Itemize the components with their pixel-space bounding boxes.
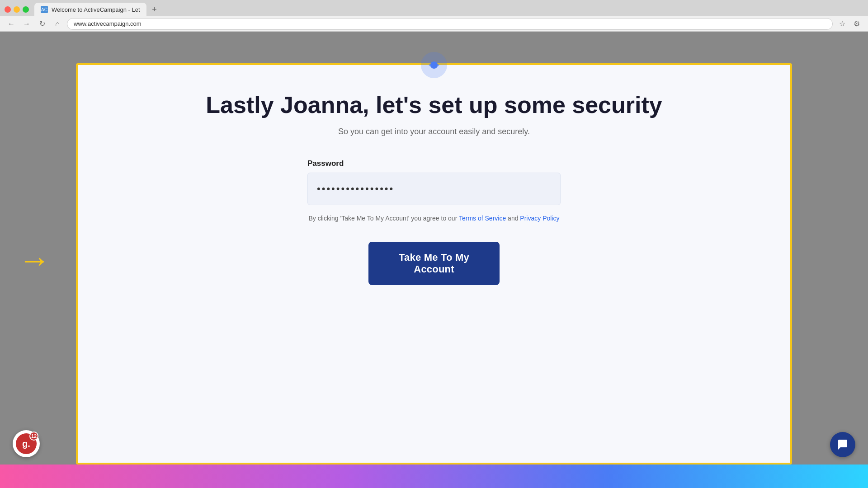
grammarly-icon: g. 12: [16, 433, 37, 454]
minimize-button[interactable]: [14, 6, 20, 13]
password-label: Password: [307, 159, 561, 168]
chat-icon: [837, 439, 849, 450]
back-button[interactable]: ←: [5, 18, 17, 30]
tab-favicon: AC: [41, 6, 48, 13]
page-background: → Lastly Joanna, let's set up some secur…: [0, 32, 868, 488]
active-tab[interactable]: AC Welcome to ActiveCampaign - Let: [34, 3, 146, 16]
take-me-to-account-button[interactable]: Take Me To My Account: [368, 242, 500, 285]
security-setup-card: Lastly Joanna, let's set up some securit…: [76, 63, 792, 465]
maximize-button[interactable]: [23, 6, 29, 13]
page-subheading: So you can get into your account easily …: [338, 127, 530, 136]
forward-button[interactable]: →: [21, 18, 33, 30]
terms-agreement-text: By clicking 'Take Me To My Account' you …: [307, 213, 561, 223]
yellow-arrow: →: [18, 244, 51, 276]
grammarly-count-badge: 12: [29, 432, 38, 441]
extensions-icon[interactable]: ⚙: [851, 18, 863, 30]
refresh-button[interactable]: ↻: [36, 18, 48, 30]
logo-icon: [420, 52, 448, 79]
form-section: Password By clicking 'Take Me To My Acco…: [307, 159, 561, 241]
tab-title: Welcome to ActiveCampaign - Let: [52, 6, 140, 13]
chat-button[interactable]: [830, 432, 855, 457]
tab-bar: AC Welcome to ActiveCampaign - Let +: [0, 0, 868, 16]
page-heading: Lastly Joanna, let's set up some securit…: [206, 92, 662, 118]
address-bar-row: ← → ↻ ⌂ ☆ ⚙: [0, 16, 868, 31]
address-input[interactable]: [67, 18, 833, 30]
grammarly-badge[interactable]: g. 12: [13, 430, 40, 457]
terms-of-service-link[interactable]: Terms of Service: [459, 215, 506, 222]
new-tab-button[interactable]: +: [148, 3, 161, 16]
browser-chrome: AC Welcome to ActiveCampaign - Let + ← →…: [0, 0, 868, 32]
home-button[interactable]: ⌂: [52, 18, 63, 30]
svg-point-1: [430, 61, 438, 69]
toolbar-icons: ☆ ⚙: [836, 18, 863, 30]
password-input[interactable]: [307, 173, 561, 205]
close-button[interactable]: [5, 6, 11, 13]
traffic-lights: [5, 6, 29, 13]
privacy-policy-link[interactable]: Privacy Policy: [520, 215, 559, 222]
bookmark-icon[interactable]: ☆: [836, 18, 848, 30]
gradient-bar: [0, 465, 868, 488]
